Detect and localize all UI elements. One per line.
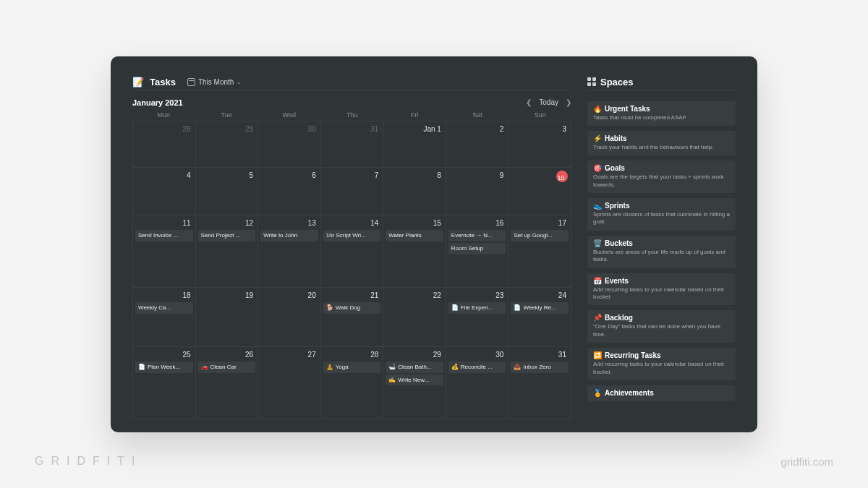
space-card[interactable]: 📅EventsAdd recurring tasks to your calen… xyxy=(587,273,736,306)
watermark-url: gridfiti.com xyxy=(780,455,833,468)
calendar-cell[interactable]: 24📄Weekly Re... xyxy=(509,288,571,347)
calendar-cell[interactable]: 11Send Invoice ... xyxy=(133,215,196,288)
calendar-cell[interactable]: 7 xyxy=(321,168,384,215)
event-chip[interactable]: 🚗Clean Car xyxy=(198,361,256,373)
event-chip[interactable]: 💰Reconcile ... xyxy=(448,361,506,373)
event-icon: 💰 xyxy=(451,364,459,370)
calendar-cell[interactable]: 5 xyxy=(196,168,259,215)
space-icon: 🏅 xyxy=(593,389,602,397)
calendar-cell[interactable]: 28🧘Yoga xyxy=(321,347,384,419)
spaces-panel: Spaces 🔥Urgent TasksTasks that must be c… xyxy=(587,77,736,419)
space-title: Urgent Tasks xyxy=(605,105,650,113)
event-label: Water Plants xyxy=(388,232,422,239)
calendar-cell[interactable]: 16Evernote → N...Room Setup xyxy=(446,215,509,288)
calendar-cell[interactable]: 21🐕Walk Dog xyxy=(321,288,384,347)
calendar-cell[interactable]: 29 xyxy=(196,121,259,168)
event-chip[interactable]: Evernote → N... xyxy=(448,230,506,241)
space-description: Tasks that must be completed ASAP xyxy=(593,114,730,121)
calendar-cell[interactable]: 22 xyxy=(383,288,446,347)
space-title: Habits xyxy=(605,134,627,142)
space-card[interactable]: 🏅Achievements xyxy=(587,385,736,401)
panel-header: Spaces xyxy=(587,77,736,91)
space-icon: 🗑️ xyxy=(593,239,602,247)
calendar-cell[interactable]: 26🚗Clean Car xyxy=(196,347,259,419)
event-label: Set up Googl... xyxy=(514,232,552,239)
calendar-cell[interactable]: 4 xyxy=(133,168,196,215)
calendar-cell[interactable]: 19 xyxy=(196,288,259,347)
calendar-cell[interactable]: 141hr Script Wri... xyxy=(321,215,384,288)
space-title: Events xyxy=(605,277,629,285)
event-chip[interactable]: Water Plants xyxy=(386,230,443,241)
space-card[interactable]: 👟SprintsSprints are clusters of tasks th… xyxy=(587,198,736,231)
calendar-cell[interactable]: 18Weekly Ca... xyxy=(133,288,196,347)
event-icon: 🐕 xyxy=(326,304,333,311)
calendar-cell[interactable]: 30💰Reconcile ... xyxy=(446,347,509,419)
event-chip[interactable]: Send Invoice ... xyxy=(135,230,193,241)
date-number: 22 xyxy=(386,290,443,301)
date-number: 3 xyxy=(511,124,569,134)
event-chip[interactable]: 🧘Yoga xyxy=(323,361,381,373)
calendar-cell[interactable]: 15Water Plants xyxy=(383,215,446,288)
calendar-cell[interactable]: 12Send Project ... xyxy=(196,215,259,288)
calendar-cell[interactable]: 25📄Plan Week... xyxy=(133,347,196,419)
dow-label: Thu xyxy=(320,111,383,121)
space-card[interactable]: 🗑️BucketsBuckets are areas of your life … xyxy=(587,236,736,268)
calendar-cell[interactable]: Jan 1 xyxy=(383,121,446,168)
calendar-controls: January 2021 ❮ Today ❯ xyxy=(132,98,571,107)
calendar-cell[interactable]: 23📄File Expen... xyxy=(446,288,509,347)
space-card[interactable]: 🔥Urgent TasksTasks that must be complete… xyxy=(587,101,736,126)
calendar-cell[interactable]: 9 xyxy=(446,168,509,215)
event-chip[interactable]: Room Setup xyxy=(448,243,506,254)
space-description: Track your habits and the behaviours tha… xyxy=(593,144,730,151)
space-description: Buckets are areas of your life made up o… xyxy=(593,249,730,264)
calendar-cell[interactable]: 27 xyxy=(258,347,321,419)
event-icon: 📥 xyxy=(514,364,521,370)
calendar-cell[interactable]: 13Write to John xyxy=(258,215,321,288)
space-description: Add recurring tasks to your calendar bas… xyxy=(593,361,730,376)
event-chip[interactable]: 📄File Expen... xyxy=(448,302,506,314)
calendar-cell[interactable]: 28 xyxy=(133,121,196,168)
event-chip[interactable]: Write to John xyxy=(260,230,318,241)
calendar-cell[interactable]: 8 xyxy=(383,168,446,215)
event-chip[interactable]: Send Project ... xyxy=(198,230,256,241)
calendar-cell[interactable]: 31 xyxy=(321,121,384,168)
event-chip[interactable]: Set up Googl... xyxy=(511,230,569,241)
event-chip[interactable]: 📄Plan Week... xyxy=(135,361,193,373)
calendar-cell[interactable]: 10 xyxy=(509,168,571,215)
event-chip[interactable]: Weekly Ca... xyxy=(135,302,193,314)
event-chip[interactable]: 🐕Walk Dog xyxy=(323,302,381,314)
calendar-cell[interactable]: 31📥Inbox Zero xyxy=(509,347,571,419)
spaces-title: Spaces xyxy=(600,77,634,87)
event-label: 1hr Script Wri... xyxy=(326,232,366,239)
calendar-cell[interactable]: 20 xyxy=(258,288,321,347)
calendar-cell[interactable]: 30 xyxy=(258,121,321,168)
event-chip[interactable]: 📄Weekly Re... xyxy=(511,302,569,314)
date-number: 30 xyxy=(260,124,318,134)
event-chip[interactable]: 📥Inbox Zero xyxy=(511,361,569,373)
day-of-week-header: MonTueWedThuFriSatSun xyxy=(132,111,571,121)
calendar-cell[interactable]: 3 xyxy=(509,121,571,168)
space-title: Recurring Tasks xyxy=(605,351,661,359)
today-button[interactable]: Today xyxy=(539,98,558,106)
calendar-cell[interactable]: 6 xyxy=(258,168,321,215)
calendar-cell[interactable]: 29🛁Clean Bath...✍️Write New... xyxy=(383,347,446,419)
space-card[interactable]: ⚡HabitsTrack your habits and the behavio… xyxy=(587,131,736,155)
space-card[interactable]: 📌Backlog"One Day" tasks that can be done… xyxy=(587,310,736,343)
space-card[interactable]: 🔁Recurring TasksAdd recurring tasks to y… xyxy=(587,348,736,380)
calendar-cell[interactable]: 17Set up Googl... xyxy=(509,215,571,288)
event-chip[interactable]: 1hr Script Wri... xyxy=(323,230,381,241)
space-card[interactable]: 🎯GoalsGoals are the targets that your ta… xyxy=(587,160,736,193)
date-number: 31 xyxy=(511,349,569,360)
date-number: 15 xyxy=(386,218,443,228)
space-icon: 📌 xyxy=(593,314,602,322)
view-selector[interactable]: This Month ⌄ xyxy=(187,78,242,86)
date-number: 27 xyxy=(260,349,318,360)
dow-label: Sun xyxy=(509,111,571,121)
calendar-cell[interactable]: 2 xyxy=(446,121,509,168)
event-label: Send Project ... xyxy=(201,232,241,239)
event-chip[interactable]: ✍️Write New... xyxy=(386,374,443,386)
prev-month-button[interactable]: ❮ xyxy=(526,98,532,106)
next-month-button[interactable]: ❯ xyxy=(566,98,571,106)
event-chip[interactable]: 🛁Clean Bath... xyxy=(386,361,443,373)
space-icon: 🔥 xyxy=(593,105,602,113)
